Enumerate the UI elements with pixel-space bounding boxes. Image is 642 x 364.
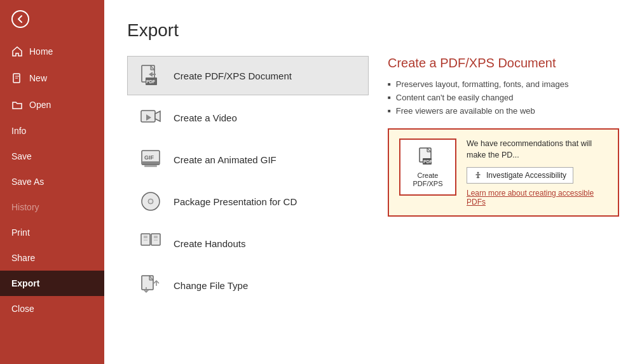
export-item-create-handouts[interactable]: Create Handouts	[127, 224, 369, 263]
main-content: Export PDF Create PDF/XPS Document	[104, 0, 642, 364]
back-button[interactable]	[6, 5, 34, 33]
right-panel: Create a PDF/XPS Document Preserves layo…	[369, 56, 619, 344]
pdf-xps-box-icon: PDF	[415, 146, 441, 169]
right-panel-title: Create a PDF/XPS Document	[388, 56, 619, 71]
page-title: Export	[127, 20, 619, 41]
svg-text:PDF: PDF	[423, 159, 433, 164]
home-icon	[11, 46, 23, 57]
sidebar-item-history: History	[0, 194, 104, 220]
export-create-animated-gif-label: Create an Animated GIF	[174, 154, 277, 165]
svg-rect-6	[142, 161, 160, 165]
sidebar-new-label: New	[29, 73, 47, 83]
investigate-accessibility-button[interactable]: Investigate Accessibility	[467, 167, 573, 184]
create-video-icon	[138, 105, 163, 130]
sidebar-item-new[interactable]: New	[0, 65, 104, 91]
package-cd-icon	[138, 189, 163, 214]
learn-more-link[interactable]: Learn more about creating accessible PDF…	[467, 189, 608, 206]
export-item-create-pdf[interactable]: PDF Create PDF/XPS Document	[127, 56, 369, 95]
svg-point-11	[149, 200, 152, 203]
svg-rect-15	[154, 236, 158, 238]
content-area: PDF Create PDF/XPS Document Create a Vid…	[127, 56, 619, 344]
bullet-list: Preserves layout, formatting, fonts, and…	[388, 79, 619, 116]
sidebar-item-home[interactable]: Home	[0, 38, 104, 65]
create-pdf-xps-button[interactable]: PDF CreatePDF/XPS	[399, 138, 456, 196]
export-item-create-video[interactable]: Create a Video	[127, 98, 369, 137]
export-create-handouts-label: Create Handouts	[174, 238, 245, 249]
sidebar-open-label: Open	[29, 100, 51, 110]
sidebar-item-save-as[interactable]: Save As	[0, 169, 104, 194]
open-folder-icon	[11, 99, 23, 111]
export-item-package-cd[interactable]: Package Presentation for CD	[127, 182, 369, 221]
svg-rect-14	[144, 236, 147, 238]
svg-rect-8	[144, 165, 157, 167]
svg-point-22	[477, 172, 479, 174]
svg-rect-17	[154, 239, 158, 241]
pdf-xps-button-label: CreatePDF/XPS	[413, 172, 442, 188]
new-doc-icon	[11, 72, 23, 84]
recommendation-text: We have recommendations that will make t…	[467, 138, 608, 161]
sidebar-item-export[interactable]: Export	[0, 271, 104, 296]
accessibility-icon	[474, 171, 482, 180]
investigate-accessibility-label: Investigate Accessibility	[486, 171, 566, 180]
export-list: PDF Create PDF/XPS Document Create a Vid…	[127, 56, 369, 344]
sidebar-item-info[interactable]: Info	[0, 118, 104, 144]
export-item-change-file-type[interactable]: Change File Type	[127, 266, 369, 305]
bullet-item-2: Content can't be easily changed	[388, 93, 619, 102]
svg-rect-16	[144, 239, 147, 241]
export-create-pdf-label: Create PDF/XPS Document	[174, 71, 292, 81]
sidebar-item-close[interactable]: Close	[0, 296, 104, 321]
create-handouts-icon	[138, 231, 163, 256]
sidebar: Home New Open Info Save Save As History …	[0, 0, 104, 364]
sidebar-item-save[interactable]: Save	[0, 144, 104, 169]
sidebar-item-print[interactable]: Print	[0, 220, 104, 245]
back-circle-icon	[11, 10, 29, 28]
bullet-item-3: Free viewers are available on the web	[388, 106, 619, 116]
export-package-cd-label: Package Presentation for CD	[174, 196, 297, 207]
create-pdf-icon: PDF	[138, 63, 163, 88]
svg-text:PDF: PDF	[146, 79, 156, 84]
recommendation-box: PDF CreatePDF/XPS We have recommendation…	[388, 128, 619, 217]
sidebar-home-label: Home	[29, 46, 53, 57]
export-change-file-type-label: Change File Type	[174, 280, 248, 291]
export-item-create-animated-gif[interactable]: GIF Create an Animated GIF	[127, 140, 369, 179]
export-create-video-label: Create a Video	[174, 112, 237, 123]
bullet-item-1: Preserves layout, formatting, fonts, and…	[388, 79, 619, 89]
create-animated-gif-icon: GIF	[138, 147, 163, 172]
sidebar-item-open[interactable]: Open	[0, 91, 104, 118]
change-file-type-icon	[138, 273, 163, 298]
sidebar-item-share[interactable]: Share	[0, 245, 104, 271]
recommendation-content: We have recommendations that will make t…	[467, 138, 608, 206]
svg-text:GIF: GIF	[144, 154, 154, 161]
